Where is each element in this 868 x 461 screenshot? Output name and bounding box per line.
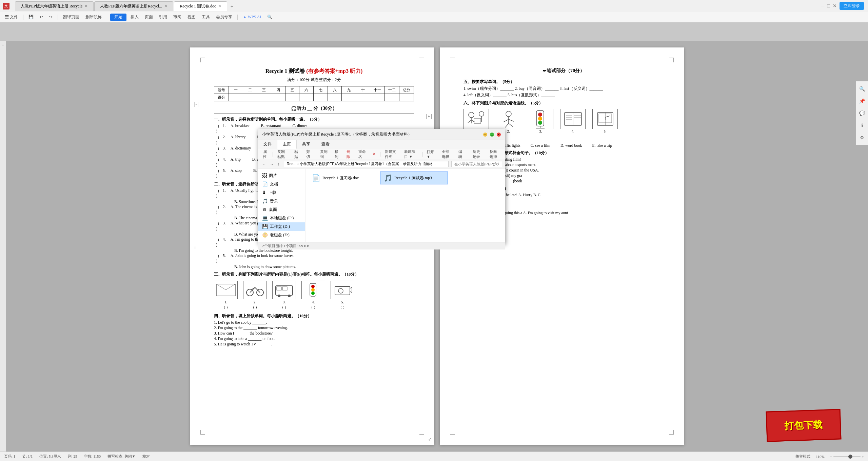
fm-history-btn[interactable]: 历史记录 [470, 148, 485, 160]
music-label: 音乐 [270, 198, 278, 204]
fm-edit-btn[interactable]: 编辑 [456, 148, 466, 160]
q2-5a: （ ） 5. A. John is going to look for some… [214, 254, 414, 264]
fm-tab-view[interactable]: 查看 [316, 140, 335, 149]
q-num: 3. [223, 221, 226, 225]
fm-x-btn[interactable]: ✕ [370, 151, 378, 157]
fm-delete-btn[interactable]: 删除 [344, 148, 354, 160]
page-corner-br [419, 430, 424, 435]
wps-ai-btn[interactable]: ▲ WPS AI [241, 14, 263, 20]
fm-file-mp3[interactable]: 🎵 Recycle 1 测试卷.mp3 [380, 172, 448, 184]
fm-newfolder-btn[interactable]: 新建文件夹 [382, 148, 400, 160]
fm-copypaste-btn[interactable]: 复制粘贴 [275, 148, 290, 160]
fm-cut-btn[interactable]: 剪切 [304, 148, 314, 160]
match-svg-3 [529, 110, 553, 128]
fm-minimize-btn[interactable]: ─ [483, 133, 487, 137]
fm-tab-share[interactable]: 共享 [297, 140, 316, 149]
search-btn[interactable]: 🔍 [265, 14, 274, 20]
title-bar-left: 文 [0, 3, 12, 9]
expand-button[interactable]: ⤢ [428, 437, 432, 442]
save-btn[interactable]: 💾 [26, 14, 36, 20]
tab-1[interactable]: 人教PEP版六年级英语上册 Recycle ✕ [15, 1, 94, 11]
tab-2-close[interactable]: ✕ [164, 4, 167, 9]
close-icon[interactable]: ✕ [833, 3, 837, 9]
fm-properties-btn[interactable]: 属性 [261, 148, 271, 160]
fm-sidebar-item-music[interactable]: 🎵 音乐 [258, 197, 305, 205]
tab-3-close[interactable]: ✕ [218, 4, 221, 9]
pin-btn[interactable]: 📌 [857, 96, 867, 106]
score-cell-total [399, 94, 414, 101]
ribbon-tab-review[interactable]: 审阅 [171, 14, 183, 21]
maximize-icon[interactable]: □ [827, 3, 830, 9]
translate-btn[interactable]: 翻译页面 [61, 14, 81, 21]
listening-icon: 🎧 [291, 106, 297, 112]
fm-selectall-btn[interactable]: 全部选择 [439, 148, 454, 160]
fm-back-btn[interactable]: ← [261, 161, 267, 167]
settings-btn[interactable]: ⚙ [857, 133, 867, 142]
undo-btn[interactable]: ↩ [38, 14, 45, 20]
listen-img-4: 4. （ ） [301, 281, 325, 310]
file-menu[interactable]: ☰ 文件 [3, 14, 20, 21]
fm-sidebar-item-e[interactable]: 📀 老磁盘 (E:) [258, 231, 305, 239]
fm-copyto-btn[interactable]: 复制到 [318, 148, 330, 160]
ribbon-tab-view[interactable]: 视图 [185, 14, 198, 21]
right-panel: 🔍 📌 💬 ℹ ⚙ [856, 81, 868, 145]
fm-sidebar-item-downloads[interactable]: ⬇ 下载 [258, 188, 305, 197]
score-cell-3 [257, 94, 271, 101]
zoom-in-btn[interactable]: + [862, 455, 864, 459]
fm-tab-home[interactable]: 主页 [277, 140, 297, 149]
add-tab-button[interactable]: + [228, 3, 236, 11]
zoom-in-btn[interactable]: 🔍 [857, 84, 867, 94]
fm-sidebar-item-d[interactable]: 💾 工作盘 (D:) [258, 222, 305, 231]
fm-maximize-btn[interactable]: □ [490, 133, 494, 137]
minimize-icon[interactable]: ─ [821, 3, 825, 9]
tab-1-close[interactable]: ✕ [84, 4, 88, 9]
fm-file-doc[interactable]: 📄 Recycle 1 复习卷.doc [308, 172, 376, 184]
ribbon-tab-insert[interactable]: 插入 [129, 14, 141, 21]
drag-handle[interactable]: ⠿ [194, 246, 197, 250]
drive-d-icon: 💾 [262, 224, 268, 229]
desktop-icon: 🖥 [262, 207, 267, 213]
ribbon-tab-tools[interactable]: 工具 [200, 14, 212, 21]
tab-3[interactable]: Recycle 1 测试卷.doc ✕ [174, 1, 227, 11]
ribbon-tab-ref[interactable]: 引用 [157, 14, 169, 21]
comment-btn[interactable]: 💬 [857, 108, 867, 118]
fm-rename-btn[interactable]: 重命名 [356, 148, 368, 160]
fm-moveto-btn[interactable]: 移到 [332, 148, 342, 160]
fm-paste-btn[interactable]: 粘贴 [292, 148, 302, 160]
fm-sidebar-item-desktop[interactable]: 🖥 桌面 [258, 205, 305, 214]
fm-newitem-btn[interactable]: 新建项目 ▼ [402, 148, 420, 160]
q-opt-a: A. stop [231, 168, 242, 173]
collapse-btn[interactable]: − [194, 102, 198, 107]
toolbar: ☰ 文件 💾 ↩ ↪ 翻译页面 删除职称 开始 插入 页面 引用 审阅 视图 工… [0, 12, 868, 22]
delete-title-btn[interactable]: 删除职称 [83, 14, 104, 21]
svg-point-16 [311, 292, 315, 295]
zoom-slider-track[interactable] [833, 456, 861, 457]
svg-point-19 [338, 288, 343, 293]
fm-reverse-btn[interactable]: 反向选择 [487, 148, 502, 160]
svg-rect-8 [276, 286, 293, 295]
ribbon-tab-start[interactable]: 开始 [110, 14, 126, 21]
login-button[interactable]: 立即登录 [840, 2, 864, 10]
redo-btn[interactable]: ↪ [47, 14, 55, 20]
tab-2[interactable]: 人教PEP版六年级英语上册Recycl... ✕ [94, 1, 173, 11]
zoom-slider-thumb[interactable] [848, 455, 852, 459]
desktop-label: 桌面 [269, 207, 277, 213]
fm-tab-file[interactable]: 文件 [258, 140, 277, 149]
fm-sidebar-item-docs[interactable]: 📄 文档 [258, 180, 305, 188]
fm-close-btn[interactable]: ✕ [497, 133, 501, 137]
zoom-out-btn[interactable]: − [830, 455, 832, 459]
fm-search-input[interactable] [451, 161, 502, 167]
fm-open-btn[interactable]: 打开 ▼ [424, 148, 437, 160]
fm-up-btn[interactable]: ↑ [276, 161, 281, 167]
q-num: 1. [223, 124, 226, 128]
fm-sidebar-item-c[interactable]: 💻 本地磁盘 (C:) [258, 214, 305, 222]
fm-toolbar: 属性 复制粘贴 粘贴 剪切 复制到 移到 删除 重命名 ✕ 新建文件夹 新建项目… [258, 149, 505, 159]
fm-sidebar-item-pictures[interactable]: 🖼 图片 [258, 172, 305, 180]
ribbon-tab-vip[interactable]: 会员专享 [214, 14, 234, 21]
fm-path-input[interactable] [284, 161, 449, 167]
download-banner[interactable]: 打包下载 [766, 409, 841, 442]
ribbon-tab-page[interactable]: 页面 [143, 14, 155, 21]
add-row-button[interactable]: + [426, 114, 432, 119]
info-btn[interactable]: ℹ [857, 121, 867, 130]
fm-forward-btn[interactable]: → [269, 161, 275, 167]
